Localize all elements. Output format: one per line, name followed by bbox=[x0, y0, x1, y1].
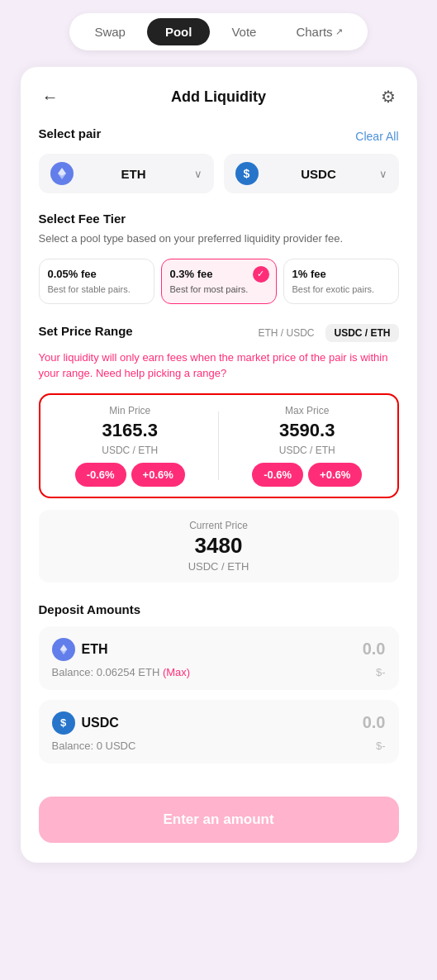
eth-deposit-icon bbox=[52, 638, 75, 661]
min-decrease-button[interactable]: -0.6% bbox=[75, 463, 126, 487]
deposit-label: Deposit Amounts bbox=[39, 602, 399, 616]
fee-tier-options: 0.05% fee Best for stable pairs. ✓ 0.3% … bbox=[39, 259, 399, 304]
card-header: ← Add Liquidity ⚙ bbox=[39, 83, 399, 110]
current-price-unit: USDC / ETH bbox=[49, 560, 389, 573]
usdc-usd-value: $- bbox=[376, 740, 386, 752]
fee-005-title: 0.05% fee bbox=[48, 268, 145, 280]
eth-deposit-symbol: ETH bbox=[82, 642, 108, 657]
min-price-box: Min Price 3165.3 USDC / ETH -0.6% +0.6% bbox=[50, 405, 211, 487]
price-range-header: Set Price Range ETH / USDC USDC / ETH bbox=[39, 324, 399, 343]
eth-deposit-token: ETH bbox=[52, 638, 108, 661]
fee-option-03[interactable]: ✓ 0.3% fee Best for most pairs. bbox=[161, 259, 277, 304]
current-price-label: Current Price bbox=[49, 520, 389, 531]
max-increase-button[interactable]: +0.6% bbox=[308, 463, 362, 487]
eth-max-button[interactable]: (Max) bbox=[163, 666, 190, 678]
usdc-deposit-card: $ USDC 0.0 Balance: 0 USDC $- bbox=[39, 700, 399, 764]
eth-balance: Balance: 0.06254 ETH (Max) bbox=[52, 666, 191, 678]
nav-pool[interactable]: Pool bbox=[147, 18, 211, 45]
min-price-value[interactable]: 3165.3 bbox=[102, 420, 158, 441]
usdc-deposit-symbol: USDC bbox=[82, 716, 119, 730]
eth-deposit-amount[interactable]: 0.0 bbox=[363, 640, 386, 659]
usdc-deposit-top: $ USDC 0.0 bbox=[52, 711, 386, 735]
max-price-unit: USDC / ETH bbox=[279, 445, 335, 456]
usdc-icon: $ bbox=[235, 162, 259, 185]
current-price-box: Current Price 3480 USDC / ETH bbox=[39, 510, 399, 583]
back-button[interactable]: ← bbox=[39, 84, 62, 110]
usdc-deposit-amount[interactable]: 0.0 bbox=[363, 713, 386, 732]
price-range-label: Set Price Range bbox=[39, 324, 133, 338]
submit-button[interactable]: Enter an amount bbox=[39, 797, 399, 843]
max-decrease-button[interactable]: -0.6% bbox=[252, 463, 303, 487]
token2-chevron-icon: ∨ bbox=[379, 168, 387, 180]
fee-1-title: 1% fee bbox=[292, 268, 390, 280]
range-help-link[interactable]: Need help picking a range? bbox=[96, 367, 226, 379]
fee-check-icon: ✓ bbox=[253, 266, 269, 283]
usdc-balance: Balance: 0 USDC bbox=[52, 740, 136, 752]
fee-03-desc: Best for most pairs. bbox=[170, 283, 268, 295]
max-price-label: Max Price bbox=[285, 405, 329, 416]
token1-name: ETH bbox=[80, 167, 188, 181]
eth-deposit-top: ETH 0.0 bbox=[52, 638, 386, 661]
fee-tier-description: Select a pool type based on your preferr… bbox=[39, 231, 399, 247]
top-navigation: Swap Pool Vote Charts bbox=[69, 13, 367, 50]
token1-chevron-icon: ∨ bbox=[194, 168, 202, 180]
toggle-eth-usdc[interactable]: ETH / USDC bbox=[249, 324, 322, 342]
current-price-value: 3480 bbox=[49, 533, 389, 559]
min-price-buttons: -0.6% +0.6% bbox=[75, 463, 185, 487]
select-pair-label: Select pair bbox=[39, 126, 102, 140]
fee-1-desc: Best for exotic pairs. bbox=[292, 283, 390, 295]
deposit-section: Deposit Amounts ETH 0.0 Balance: 0. bbox=[39, 602, 399, 764]
fee-option-1[interactable]: 1% fee Best for exotic pairs. bbox=[283, 259, 399, 304]
min-price-label: Min Price bbox=[109, 405, 150, 416]
max-price-value[interactable]: 3590.3 bbox=[279, 420, 335, 441]
nav-vote[interactable]: Vote bbox=[213, 18, 274, 45]
nav-swap[interactable]: Swap bbox=[76, 18, 144, 45]
page-title: Add Liquidity bbox=[171, 88, 266, 106]
fee-tier-label: Select Fee Tier bbox=[39, 212, 399, 226]
price-box-divider bbox=[218, 412, 219, 480]
usdc-deposit-bottom: Balance: 0 USDC $- bbox=[52, 740, 386, 752]
fee-005-desc: Best for stable pairs. bbox=[48, 283, 145, 295]
eth-deposit-card: ETH 0.0 Balance: 0.06254 ETH (Max) $- bbox=[39, 626, 399, 690]
add-liquidity-card: ← Add Liquidity ⚙ Select pair Clear All … bbox=[21, 67, 417, 863]
token2-selector[interactable]: $ USDC ∨ bbox=[224, 154, 399, 193]
token1-selector[interactable]: ETH ∨ bbox=[39, 154, 214, 193]
usdc-deposit-icon: $ bbox=[52, 711, 75, 735]
toggle-usdc-eth[interactable]: USDC / ETH bbox=[325, 324, 398, 342]
eth-icon bbox=[50, 162, 74, 185]
max-price-box: Max Price 3590.3 USDC / ETH -0.6% +0.6% bbox=[227, 405, 387, 487]
eth-deposit-bottom: Balance: 0.06254 ETH (Max) $- bbox=[52, 666, 386, 678]
clear-all-button[interactable]: Clear All bbox=[355, 130, 398, 143]
settings-button[interactable]: ⚙ bbox=[378, 83, 399, 110]
pair-toggle-group: ETH / USDC USDC / ETH bbox=[249, 324, 398, 342]
min-price-unit: USDC / ETH bbox=[102, 445, 158, 456]
price-range-info: Your liquidity will only earn fees when … bbox=[39, 350, 399, 382]
usdc-deposit-token: $ USDC bbox=[52, 711, 119, 735]
token2-name: USDC bbox=[265, 167, 373, 181]
min-increase-button[interactable]: +0.6% bbox=[131, 463, 185, 487]
token-selector-row: ETH ∨ $ USDC ∨ bbox=[39, 154, 399, 193]
nav-charts[interactable]: Charts bbox=[278, 18, 360, 45]
select-pair-header: Select pair Clear All bbox=[39, 126, 399, 145]
fee-option-005[interactable]: 0.05% fee Best for stable pairs. bbox=[39, 259, 154, 304]
price-range-boxes: Min Price 3165.3 USDC / ETH -0.6% +0.6% … bbox=[39, 393, 399, 498]
max-price-buttons: -0.6% +0.6% bbox=[252, 463, 362, 487]
eth-usd-value: $- bbox=[376, 666, 386, 678]
